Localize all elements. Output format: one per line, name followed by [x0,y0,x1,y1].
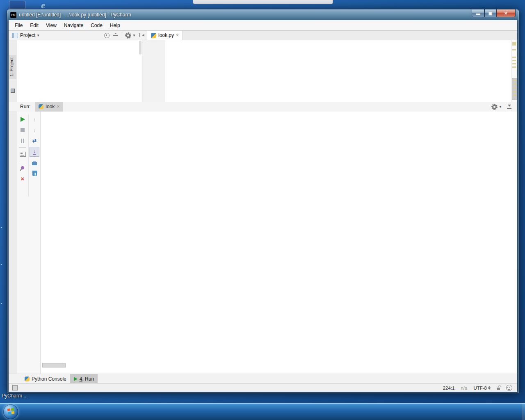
window-client-area: FileEditViewNavigateCodeHelp Project ▼ ▼ [9,20,517,392]
tab-python-console[interactable]: Python Console [21,374,70,383]
run-tab-text: 4: Run [80,376,94,382]
taskbar [0,403,525,420]
status-bar: 224:1 n/a UTF-8 [9,383,517,392]
menu-bar: FileEditViewNavigateCodeHelp [9,20,517,31]
restore-layout-icon[interactable] [18,150,27,159]
toolwindow-toggle-icon[interactable] [12,385,18,390]
menu-file[interactable]: File [11,23,26,28]
inspection-mark [512,57,516,58]
collapse-all-icon[interactable] [113,33,118,38]
tool-window-bar: Python Console 4: Run [9,374,517,383]
rerun-icon[interactable] [18,115,27,124]
soft-wrap-icon[interactable]: ⇄ [30,136,39,145]
run-settings-gear-icon[interactable]: ▼ [492,105,502,109]
project-panel-header[interactable]: Project ▼ ▼ [9,31,147,40]
caret-position[interactable]: 224:1 [443,386,455,390]
desktop: e ▪ ▪ ▪ PyCharm ... PC untitled [E:\unti… [0,0,525,420]
desktop-folder-icon[interactable] [9,1,25,9]
show-desktop-button[interactable] [522,403,525,420]
hide-panel-icon[interactable] [139,33,144,37]
hide-run-panel-icon[interactable] [507,105,511,109]
run-play-icon [74,377,78,381]
run-tab-label: look [46,104,55,110]
stop-icon[interactable] [18,126,27,135]
pause-icon[interactable] [18,136,27,145]
editor-marker-bar[interactable] [511,40,517,102]
background-window-sliver [193,0,333,4]
inspection-mark [512,42,516,46]
console-hscrollbar-thumb[interactable] [42,363,66,368]
editor-scrollbar-thumb[interactable] [512,78,517,100]
line-separator: n/a [461,386,467,390]
unlock-icon[interactable] [497,388,500,390]
run-panel-body: × ↑ ↓ ⇄ ↓ [17,112,517,374]
desktop-pycharm-shortcut-label[interactable]: PyCharm ... [2,393,27,399]
down-stacktrace-icon[interactable]: ↓ [30,126,39,135]
tool-window-stripe: 1: Project [9,40,17,374]
tree-scrollbar[interactable] [139,41,142,55]
updown-icon [488,386,491,390]
project-tree [17,40,142,102]
scroll-to-end-icon[interactable]: ↓ [30,147,39,157]
project-header-label[interactable]: Project [20,32,35,38]
menu-view[interactable]: View [42,23,60,28]
encoding-selector[interactable]: UTF-8 [473,386,491,390]
inspection-mark [512,66,516,68]
run-label: Run: [20,104,30,110]
close-run-icon[interactable]: × [18,174,27,183]
python-file-icon [151,33,156,38]
up-stacktrace-icon[interactable]: ↑ [30,115,39,124]
run-toolbar: × ↑ ↓ ⇄ ↓ [17,112,41,374]
desktop-icon-fragment: ▪ [1,226,5,229]
close-button[interactable]: ✕ [496,9,516,17]
internet-explorer-icon[interactable]: e [41,0,52,9]
divider [122,32,122,38]
settings-gear-icon[interactable]: ▼ [126,33,136,38]
pin-tab-icon[interactable] [18,163,27,172]
divider [19,147,26,148]
sidebar-tab-project[interactable]: 1: Project [9,55,16,79]
run-panel-header: Run: look × ▼ [9,102,517,112]
editor-lines[interactable] [142,41,511,95]
tab-run[interactable]: 4: Run [70,374,98,383]
console-output[interactable] [41,112,512,368]
chevron-down-icon: ▼ [37,34,40,37]
inspector-hector-icon[interactable] [506,385,512,391]
divider [19,161,26,161]
editor-tab-strip: look.py × [147,31,517,40]
menu-code[interactable]: Code [87,23,106,28]
close-run-tab-icon[interactable]: × [57,105,59,109]
python-console-label: Python Console [32,376,66,382]
window-title: untitled [E:\untitled] - ...\look.py [un… [19,12,131,18]
tool-window-icon [11,89,15,93]
menu-help[interactable]: Help [106,23,124,28]
tab-label: look.py [158,32,174,38]
print-icon[interactable] [30,158,39,167]
python-icon [25,377,30,381]
code-editor[interactable] [142,40,517,102]
desktop-icon-fragment: ▪ [1,301,5,305]
locate-file-icon[interactable] [104,33,110,38]
run-tab-look[interactable]: look × [35,102,63,112]
close-tab-icon[interactable]: × [176,33,179,37]
minimize-button[interactable]: ▬ [472,9,484,17]
maximize-button[interactable]: ▣ [484,9,496,17]
clear-all-icon[interactable] [30,169,39,178]
toolbar-row: Project ▼ ▼ look.py × [9,31,517,40]
inspection-mark [512,49,516,50]
tab-look-py[interactable]: look.py × [147,31,183,40]
pycharm-app-icon: PC [10,12,16,18]
project-view-icon [12,33,18,38]
start-button[interactable] [3,404,18,419]
inspection-mark [512,63,516,64]
inspection-mark [512,60,516,61]
title-bar[interactable]: PC untitled [E:\untitled] - ...\look.py … [7,9,519,20]
menu-navigate[interactable]: Navigate [60,23,87,28]
menu-edit[interactable]: Edit [26,23,42,28]
desktop-icon-fragment: ▪ [1,262,5,266]
python-file-icon [39,104,43,109]
pycharm-window: PC untitled [E:\untitled] - ...\look.py … [7,9,519,394]
